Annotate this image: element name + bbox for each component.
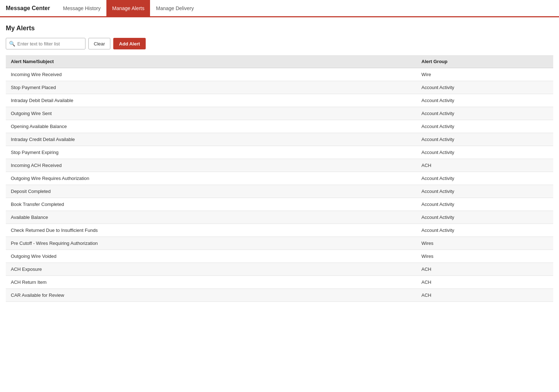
alert-group-cell: Account Activity: [417, 224, 554, 237]
alert-group-cell: Account Activity: [417, 198, 554, 211]
table-row: Intraday Credit Detail AvailableAccount …: [6, 133, 553, 146]
alert-name-cell: Outgoing Wire Sent: [6, 107, 417, 120]
alert-name-cell: Outgoing Wire Voided: [6, 250, 417, 263]
alert-name-cell: Outgoing Wire Requires Authorization: [6, 172, 417, 185]
table-row: ACH ExposureACH: [6, 263, 553, 276]
alert-group-cell: Wires: [417, 237, 554, 250]
alert-name-cell: Incoming ACH Received: [6, 159, 417, 172]
col-alert-name: Alert Name/Subject: [6, 55, 417, 68]
table-row: Available BalanceAccount Activity: [6, 211, 553, 224]
alert-name-cell: Incoming Wire Received: [6, 68, 417, 81]
alert-name-cell: Opening Available Balance: [6, 120, 417, 133]
app-title: Message Center: [6, 5, 50, 12]
table-row: Incoming Wire ReceivedWire: [6, 68, 553, 81]
alert-group-cell: Account Activity: [417, 120, 554, 133]
alert-name-cell: Deposit Completed: [6, 185, 417, 198]
table-row: ACH Return ItemACH: [6, 276, 553, 289]
alert-name-cell: Stop Payment Placed: [6, 81, 417, 94]
alerts-table: Alert Name/Subject Alert Group Incoming …: [6, 55, 553, 302]
alert-name-cell: ACH Exposure: [6, 263, 417, 276]
alert-name-cell: Available Balance: [6, 211, 417, 224]
table-row: Deposit CompletedAccount Activity: [6, 185, 553, 198]
alert-group-cell: Account Activity: [417, 211, 554, 224]
alert-group-cell: ACH: [417, 276, 554, 289]
table-row: Outgoing Wire Requires AuthorizationAcco…: [6, 172, 553, 185]
alert-group-cell: Wires: [417, 250, 554, 263]
alert-group-cell: ACH: [417, 263, 554, 276]
table-row: Pre Cutoff - Wires Requiring Authorizati…: [6, 237, 553, 250]
table-row: Check Returned Due to Insufficient Funds…: [6, 224, 553, 237]
tab-message-history[interactable]: Message History: [57, 0, 106, 16]
table-row: Outgoing Wire VoidedWires: [6, 250, 553, 263]
clear-button[interactable]: Clear: [88, 38, 110, 49]
alert-group-cell: Wire: [417, 68, 554, 81]
table-header: Alert Name/Subject Alert Group: [6, 55, 553, 68]
alert-group-cell: Account Activity: [417, 94, 554, 107]
alert-group-cell: Account Activity: [417, 172, 554, 185]
search-icon: 🔍: [9, 41, 15, 47]
tab-manage-alerts[interactable]: Manage Alerts: [106, 0, 150, 16]
table-row: Opening Available BalanceAccount Activit…: [6, 120, 553, 133]
alert-group-cell: ACH: [417, 159, 554, 172]
table-body: Incoming Wire ReceivedWireStop Payment P…: [6, 68, 553, 302]
table-row: CAR Available for ReviewACH: [6, 289, 553, 302]
alert-name-cell: Intraday Debit Detail Available: [6, 94, 417, 107]
table-row: Outgoing Wire SentAccount Activity: [6, 107, 553, 120]
alert-name-cell: Stop Payment Expiring: [6, 146, 417, 159]
search-input[interactable]: [17, 41, 82, 47]
page-title: My Alerts: [6, 25, 553, 32]
tab-manage-delivery[interactable]: Manage Delivery: [150, 0, 199, 16]
header: Message Center Message History Manage Al…: [0, 0, 559, 17]
alert-group-cell: ACH: [417, 289, 554, 302]
alert-name-cell: Check Returned Due to Insufficient Funds: [6, 224, 417, 237]
alert-name-cell: Book Transfer Completed: [6, 198, 417, 211]
table-row: Intraday Debit Detail AvailableAccount A…: [6, 94, 553, 107]
alert-group-cell: Account Activity: [417, 107, 554, 120]
main-content: My Alerts 🔍 Clear Add Alert Alert Name/S…: [0, 17, 559, 309]
alert-group-cell: Account Activity: [417, 146, 554, 159]
table-row: Incoming ACH ReceivedACH: [6, 159, 553, 172]
table-row: Stop Payment ExpiringAccount Activity: [6, 146, 553, 159]
alert-group-cell: Account Activity: [417, 185, 554, 198]
alert-name-cell: ACH Return Item: [6, 276, 417, 289]
alert-group-cell: Account Activity: [417, 81, 554, 94]
alert-name-cell: Intraday Credit Detail Available: [6, 133, 417, 146]
alert-name-cell: Pre Cutoff - Wires Requiring Authorizati…: [6, 237, 417, 250]
alert-name-cell: CAR Available for Review: [6, 289, 417, 302]
alert-group-cell: Account Activity: [417, 133, 554, 146]
add-alert-button[interactable]: Add Alert: [113, 38, 146, 49]
table-row: Stop Payment PlacedAccount Activity: [6, 81, 553, 94]
col-alert-group: Alert Group: [417, 55, 554, 68]
filter-bar: 🔍 Clear Add Alert: [6, 38, 553, 49]
main-nav: Message History Manage Alerts Manage Del…: [57, 0, 200, 16]
search-wrap: 🔍: [6, 38, 85, 49]
table-row: Book Transfer CompletedAccount Activity: [6, 198, 553, 211]
